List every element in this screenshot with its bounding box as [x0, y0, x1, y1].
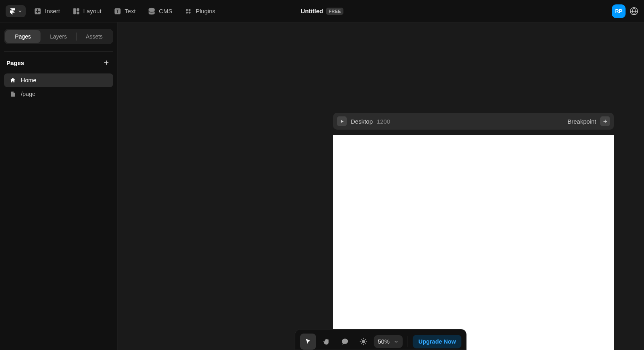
topbar-left: Insert Layout T Text CMS Plugins — [6, 5, 219, 18]
pages-section-header: Pages — [4, 58, 113, 67]
plan-badge: FREE — [326, 8, 343, 15]
divider — [4, 51, 113, 52]
comment-tool[interactable] — [337, 334, 353, 350]
frame-header: Desktop 1200 Breakpoint — [333, 113, 614, 130]
upgrade-button[interactable]: Upgrade Now — [413, 335, 461, 348]
canvas[interactable]: Desktop 1200 Breakpoint — [118, 22, 644, 350]
document-title: Untitled — [301, 8, 323, 14]
sidebar-tabs: Pages Layers Assets — [4, 29, 113, 44]
app-menu-button[interactable] — [6, 5, 26, 17]
frame-canvas[interactable] — [333, 135, 614, 350]
menu-label: Insert — [45, 8, 60, 14]
menu-plugins[interactable]: Plugins — [180, 5, 219, 18]
page-label: /page — [21, 91, 35, 97]
svg-rect-3 — [76, 11, 79, 14]
svg-point-13 — [362, 340, 365, 343]
svg-point-10 — [189, 11, 191, 13]
svg-rect-1 — [73, 8, 76, 14]
page-item-home[interactable]: Home — [4, 73, 113, 87]
svg-point-7 — [186, 9, 188, 11]
menu-label: Text — [125, 8, 136, 14]
menu-cms[interactable]: CMS — [144, 5, 176, 18]
sun-icon — [360, 338, 368, 346]
topbar-right: RP — [612, 4, 638, 18]
chevron-down-icon — [18, 9, 22, 14]
document-title-area[interactable]: Untitled FREE — [301, 8, 343, 15]
tab-layers[interactable]: Layers — [41, 30, 76, 43]
tab-pages[interactable]: Pages — [5, 30, 41, 43]
add-page-button[interactable] — [102, 58, 111, 67]
svg-marker-12 — [341, 120, 343, 122]
hand-tool[interactable] — [319, 334, 335, 350]
menu-text[interactable]: T Text — [110, 5, 140, 18]
main-area: Pages Layers Assets Pages Home /page — [0, 22, 644, 350]
menu-label: Layout — [83, 8, 102, 14]
plugins-icon — [184, 7, 192, 15]
add-breakpoint-button[interactable] — [600, 116, 610, 126]
frame: Desktop 1200 Breakpoint — [333, 113, 614, 350]
zoom-value: 50% — [378, 338, 390, 345]
menu-label: Plugins — [195, 8, 215, 14]
cursor-icon — [304, 338, 312, 346]
topbar: Insert Layout T Text CMS Plugins — [0, 0, 644, 22]
publish-button[interactable] — [630, 4, 638, 18]
tab-assets[interactable]: Assets — [77, 30, 112, 43]
menu-layout[interactable]: Layout — [68, 5, 106, 18]
brightness-tool[interactable] — [356, 334, 372, 350]
frame-width-value: 1200 — [377, 118, 390, 125]
frame-device-label[interactable]: Desktop — [351, 118, 373, 125]
page-icon — [10, 91, 16, 97]
select-tool[interactable] — [300, 334, 316, 350]
chevron-down-icon — [394, 339, 399, 344]
svg-point-8 — [189, 9, 191, 11]
menu-insert[interactable]: Insert — [30, 5, 64, 18]
svg-rect-2 — [76, 8, 79, 11]
bottom-toolbar: 50% Upgrade Now — [295, 329, 467, 350]
hand-icon — [323, 338, 331, 346]
pages-section-title: Pages — [6, 59, 24, 66]
svg-text:T: T — [116, 8, 119, 14]
layout-icon — [72, 7, 80, 15]
page-item-page[interactable]: /page — [4, 87, 113, 101]
zoom-control[interactable]: 50% — [374, 335, 403, 348]
insert-icon — [34, 7, 42, 15]
cms-icon — [148, 7, 156, 15]
sidebar: Pages Layers Assets Pages Home /page — [0, 22, 118, 350]
page-label: Home — [21, 77, 37, 83]
user-avatar[interactable]: RP — [612, 4, 626, 18]
text-icon: T — [114, 7, 122, 15]
menu-label: CMS — [159, 8, 172, 14]
framer-logo-icon — [9, 8, 16, 15]
divider — [408, 336, 408, 347]
comment-icon — [341, 338, 349, 346]
svg-point-9 — [186, 11, 188, 13]
home-icon — [10, 77, 16, 83]
preview-button[interactable] — [337, 116, 347, 126]
breakpoint-label: Breakpoint — [567, 118, 596, 125]
